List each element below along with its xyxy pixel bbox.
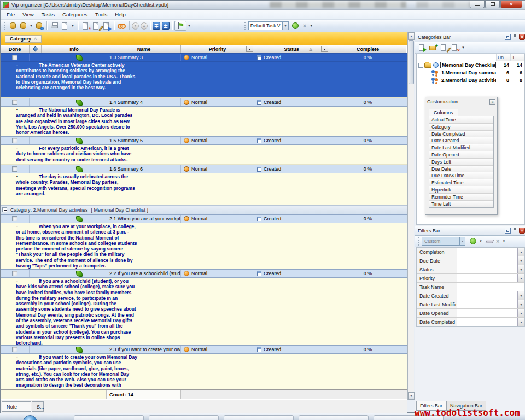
column-option[interactable]: Hyperlink <box>429 186 493 194</box>
backup-database-button[interactable] <box>34 21 44 31</box>
categories-pin-button[interactable] <box>512 34 518 40</box>
menu-tasks[interactable]: Tasks <box>38 10 59 19</box>
move-up-button[interactable]: ▲ <box>141 22 148 30</box>
move-down-button[interactable]: ▼ <box>132 22 139 30</box>
tab-note[interactable]: Note <box>2 401 31 412</box>
tab-columns[interactable]: Columns <box>429 109 458 116</box>
apply-filter-dropdown-icon[interactable]: ▼ <box>479 240 482 243</box>
filter-value[interactable] <box>457 291 517 300</box>
column-option[interactable]: Date Opened <box>429 151 493 159</box>
go-flag-button[interactable] <box>174 21 186 31</box>
tree-item-row[interactable]: 1.Memorial Day summary 66 <box>417 69 524 77</box>
column-option[interactable]: Date Completed <box>429 131 493 138</box>
task-row[interactable]: 1.3 Summary 3 Normal Created 0 % <box>1 53 407 62</box>
filter-dropdown[interactable]: ▼ <box>517 300 524 308</box>
edit-category-button[interactable] <box>440 44 448 52</box>
new-database-button[interactable] <box>8 21 18 31</box>
tab-more[interactable]: S... <box>32 401 44 412</box>
filter-dropdown[interactable]: ▼ <box>517 256 524 265</box>
filter-value[interactable] <box>457 248 517 256</box>
collapse-all-button[interactable] <box>162 22 170 30</box>
task-row[interactable]: 2.1 When you are at your workplace, Norm… <box>1 214 407 223</box>
menu-view[interactable]: View <box>19 10 37 19</box>
filter-preset-combo[interactable]: Custom▼ <box>422 237 465 246</box>
column-header-status[interactable]: Status△▼ <box>254 45 329 52</box>
task-row[interactable]: 1.5 Summary 5 Normal Created 0 % <box>1 136 407 145</box>
print-dropdown-icon[interactable]: ▼ <box>71 24 74 27</box>
column-header-info[interactable]: Info <box>42 45 107 52</box>
maximize-button[interactable] <box>485 1 500 8</box>
task-description[interactable]: The National Memorial Day Parade is arra… <box>1 107 407 136</box>
task-row[interactable]: 1.4 Summary 4 Normal Created 0 % <box>1 98 407 107</box>
filters-close-button[interactable]: × <box>519 228 525 234</box>
menu-file[interactable]: File <box>3 10 19 19</box>
flag-dropdown-icon[interactable]: ▼ <box>188 24 191 27</box>
view-task-button[interactable] <box>117 21 126 31</box>
open-dropdown-icon[interactable]: ▼ <box>30 24 33 27</box>
combo-arrow-icon[interactable]: ▼ <box>459 237 465 245</box>
open-database-button[interactable] <box>19 21 28 31</box>
scroll-down-button[interactable]: ▼ <box>408 392 415 400</box>
print-button[interactable] <box>50 21 59 31</box>
done-checkbox[interactable] <box>12 166 18 172</box>
categories-float-button[interactable] <box>505 34 511 40</box>
filter-value[interactable] <box>457 256 517 265</box>
collapse-tree-icon[interactable] <box>418 63 423 68</box>
filters-pin-button[interactable] <box>512 228 518 234</box>
column-header-done[interactable]: Done <box>1 45 30 52</box>
filters-float-button[interactable] <box>505 228 511 234</box>
filter-value[interactable] <box>457 265 517 273</box>
task-description[interactable]: The day is usually celebrated across the… <box>1 173 407 205</box>
delete-category-button[interactable]: × <box>451 44 459 52</box>
done-checkbox[interactable] <box>12 55 18 60</box>
column-option[interactable]: Days Left <box>429 159 493 166</box>
taskbar-button[interactable] <box>299 415 369 420</box>
column-header-attachment[interactable] <box>30 45 42 52</box>
column-header-priority[interactable]: Priority▼ <box>181 45 254 52</box>
menu-tools[interactable]: Tools <box>91 10 111 19</box>
filter-dropdown[interactable]: ▼ <box>517 318 524 326</box>
group-by-category-chip[interactable]: Category △ <box>5 35 42 43</box>
column-option[interactable]: Time Left <box>429 201 493 208</box>
column-option[interactable]: Date Last Modified <box>429 144 493 151</box>
column-option[interactable]: Reminder Time <box>429 194 493 201</box>
filter-value[interactable] <box>457 283 524 291</box>
task-row[interactable]: 1.6 Summary 6 Normal Created 0 % <box>1 165 407 173</box>
categories-close-button[interactable]: × <box>519 34 525 40</box>
clear-filter-icon[interactable] <box>485 240 494 243</box>
minimize-button[interactable] <box>470 1 485 8</box>
task-row[interactable]: 2.3 If you want to create your own Norma… <box>1 345 407 354</box>
grid-scrollbar[interactable]: ▲ ▼ <box>407 32 414 400</box>
priority-filter-dropdown[interactable]: ▼ <box>246 46 253 52</box>
menu-help[interactable]: Help <box>111 10 130 19</box>
column-option[interactable]: Date Created <box>429 137 493 144</box>
print-preview-button[interactable] <box>60 21 69 31</box>
duplicate-task-button[interactable] <box>102 21 111 31</box>
task-description[interactable]: When you are at your workplace, in colle… <box>1 223 407 269</box>
start-orb[interactable] <box>23 415 37 420</box>
column-option[interactable]: Actual Time <box>429 116 493 124</box>
combo-arrow-icon[interactable]: ▼ <box>282 22 288 30</box>
view-toolbar-dropdown-icon[interactable]: ▼ <box>310 24 313 27</box>
clear-view-button[interactable]: × <box>303 22 306 29</box>
filter-dropdown[interactable]: ▼ <box>517 265 524 273</box>
filter-value[interactable] <box>457 300 517 308</box>
category-group-row[interactable]: Category: 2.Memorial Day activities [ Me… <box>1 205 407 214</box>
taskbar-button[interactable] <box>149 415 219 420</box>
filters-toolbar-dropdown-icon[interactable]: ▼ <box>502 240 505 243</box>
taskbar-button[interactable] <box>74 415 144 420</box>
filter-value[interactable] <box>457 318 517 326</box>
task-description[interactable]: If you are a schoolchild (student), or y… <box>1 278 407 345</box>
tree-item-row[interactable]: 2.Memorial Day activities 88 <box>417 77 524 84</box>
expand-all-button[interactable] <box>153 22 160 30</box>
tree-root-row[interactable]: Memorial Day Checklist 1414 <box>417 61 524 69</box>
column-header-name[interactable]: Name <box>107 45 181 52</box>
customization-close-button[interactable]: × <box>489 99 495 105</box>
new-category-list-button[interactable] <box>418 44 427 52</box>
new-task-button[interactable]: * <box>81 21 90 31</box>
edit-task-button[interactable] <box>91 21 101 31</box>
column-option[interactable]: Due Date <box>429 166 493 173</box>
scroll-up-button[interactable]: ▲ <box>408 32 415 40</box>
column-option[interactable]: Category <box>429 124 493 131</box>
done-checkbox[interactable] <box>12 347 18 352</box>
